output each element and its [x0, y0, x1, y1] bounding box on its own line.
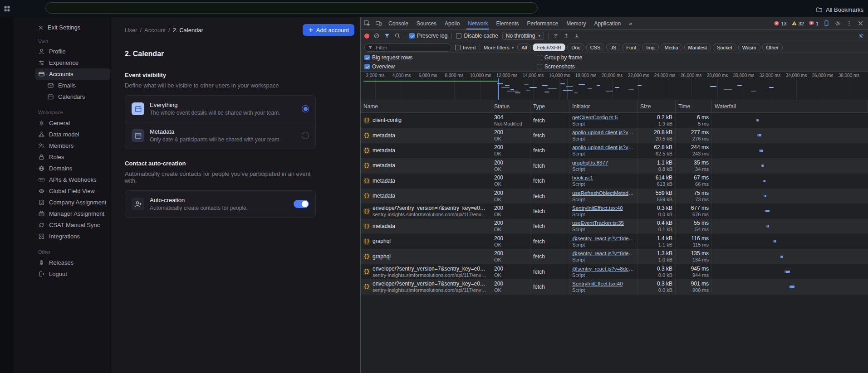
big-request-rows-checkbox[interactable]	[364, 55, 370, 60]
exit-settings-button[interactable]: Exit Settings	[38, 24, 107, 31]
import-har-button[interactable]	[563, 33, 569, 39]
big-request-rows-option[interactable]: Big request rows	[364, 54, 537, 61]
address-bar[interactable]	[45, 2, 538, 14]
initiator-link[interactable]: @sentry_react.js?v=8dec17ce:7	[572, 235, 634, 242]
disable-cache-checkbox[interactable]	[456, 33, 461, 39]
sidebar-item-experience[interactable]: Experience	[35, 57, 110, 68]
auto-creation-toggle[interactable]	[294, 200, 309, 208]
breadcrumb-user[interactable]: User	[125, 27, 137, 34]
inspect-element-button[interactable]	[361, 17, 373, 29]
export-har-button[interactable]	[574, 33, 580, 39]
group-by-frame-checkbox[interactable]	[537, 55, 542, 60]
cast-device-button[interactable]	[823, 20, 830, 27]
sidebar-item-company-assignment[interactable]: Company Assignment	[35, 197, 110, 208]
invert-checkbox[interactable]	[455, 45, 461, 50]
column-header-initiator[interactable]: Initiator	[569, 100, 638, 112]
initiator-link[interactable]: @sentry_react.js?v=8dec17ce:7	[572, 250, 634, 257]
initiator-link[interactable]: apollo-upload-client.js?v=8dec1	[572, 129, 634, 136]
tab-more[interactable]: »	[625, 17, 636, 29]
column-header-time[interactable]: Time	[676, 100, 712, 112]
error-badge[interactable]: 13	[774, 20, 786, 26]
initiator-link[interactable]: graphql.ts:8377	[572, 160, 634, 166]
tab-application[interactable]: Application	[590, 17, 625, 29]
add-account-button[interactable]: Add account	[303, 24, 354, 36]
sidebar-item-domains[interactable]: Domains	[35, 163, 110, 174]
sidebar-item-releases[interactable]: Releases	[35, 257, 110, 268]
filter-chip-fetch-xhr[interactable]: Fetch/XHR	[533, 44, 565, 51]
filter-input[interactable]	[375, 44, 436, 51]
filter-toggle-button[interactable]	[384, 33, 390, 39]
network-request-row[interactable]: {}metadata200OKfetchuseRefreshObjectMeta…	[361, 189, 868, 203]
more-filters-button[interactable]: More filters ▾	[484, 45, 514, 50]
sidebar-item-members[interactable]: Members	[35, 140, 110, 151]
breadcrumb-account[interactable]: Account	[144, 27, 166, 34]
tab-memory[interactable]: Memory	[562, 17, 590, 29]
devtools-menu-button[interactable]	[846, 20, 853, 27]
sidebar-item-csat-manual-sync[interactable]: CSAT Manual Sync	[35, 219, 110, 231]
filter-chip-manifest[interactable]: Manifest	[684, 44, 711, 51]
column-header-waterfall[interactable]: Waterfall	[712, 100, 868, 112]
metadata-radio[interactable]	[302, 132, 309, 139]
invert-option[interactable]: Invert	[455, 45, 476, 50]
preserve-log-option[interactable]: Preserve log	[409, 33, 447, 39]
initiator-link[interactable]: @sentry_react.js?v=8dec17ce:1	[572, 266, 634, 272]
initiator-link[interactable]: hook.js:1	[572, 174, 634, 181]
column-header-type[interactable]: Type	[530, 100, 569, 112]
screenshots-checkbox[interactable]	[537, 64, 542, 69]
initiator-link[interactable]: SentryInitEffect.tsx:40	[572, 281, 634, 287]
device-toolbar-button[interactable]	[373, 17, 384, 29]
tab-console[interactable]: Console	[384, 17, 412, 29]
tab-apollo[interactable]: Apollo	[441, 17, 464, 29]
network-request-row[interactable]: {}envelope/?sentry_version=7&sentry_key=…	[361, 264, 868, 279]
network-overview-timeline[interactable]: 2,000 ms4,000 ms6,000 ms8,000 ms10,000 m…	[361, 72, 868, 100]
filter-box[interactable]	[364, 44, 451, 52]
filter-chip-css[interactable]: CSS	[586, 44, 605, 51]
sidebar-item-apis-webhooks[interactable]: APIAPIs & Webhooks	[35, 174, 110, 185]
record-button[interactable]	[364, 34, 369, 39]
sidebar-item-manager-assignment[interactable]: Manager Assignment	[35, 208, 110, 219]
app-launcher-icon[interactable]	[3, 5, 11, 13]
sidebar-item-data-model[interactable]: Data model	[35, 129, 110, 140]
network-request-row[interactable]: {}metadata200OKfetchgraphql.ts:8377Scrip…	[361, 158, 868, 173]
overview-option[interactable]: Overview	[364, 63, 537, 70]
sidebar-item-profile[interactable]: Profile	[35, 46, 110, 57]
warning-badge[interactable]: 32	[791, 20, 804, 26]
sidebar-item-global-field-view[interactable]: Global Field View	[35, 185, 110, 197]
group-by-frame-option[interactable]: Group by frame	[537, 54, 582, 61]
initiator-link[interactable]: SentryInitEffect.tsx:40	[572, 205, 634, 212]
network-request-row[interactable]: {}client-config304Not ModifiedfetchgetCl…	[361, 113, 868, 128]
network-settings-button[interactable]	[858, 33, 864, 39]
initiator-link[interactable]: useRefreshObjectMetadataIten	[572, 190, 634, 197]
initiator-link[interactable]: getClientConfig.ts:5	[572, 114, 634, 121]
network-request-row[interactable]: {}envelope/?sentry_version=7&sentry_key=…	[361, 203, 868, 218]
filter-chip-img[interactable]: Img	[642, 44, 658, 51]
network-request-row[interactable]: {}metadata200OKfetchapollo-upload-client…	[361, 143, 868, 158]
tab-sources[interactable]: Sources	[412, 17, 441, 29]
filter-chip-media[interactable]: Media	[661, 44, 682, 51]
column-header-size[interactable]: Size	[638, 100, 676, 112]
network-request-row[interactable]: {}metadata200OKfetchapollo-upload-client…	[361, 128, 868, 143]
search-button[interactable]	[394, 33, 401, 39]
filter-chip-doc[interactable]: Doc	[567, 44, 584, 51]
filter-chip-font[interactable]: Font	[622, 44, 640, 51]
issues-badge[interactable]: 1	[809, 20, 819, 26]
column-header-status[interactable]: Status	[491, 100, 530, 112]
throttling-select[interactable]: No throttling ▾	[502, 32, 544, 40]
sidebar-item-roles[interactable]: Roles	[35, 151, 110, 163]
sidebar-item-calendars[interactable]: Calendars	[44, 91, 110, 102]
filter-chip-all[interactable]: All	[517, 44, 531, 51]
everything-radio[interactable]	[302, 105, 309, 112]
sidebar-item-logout[interactable]: Logout	[35, 268, 110, 280]
screenshots-option[interactable]: Screenshots	[537, 63, 575, 70]
devtools-settings-button[interactable]	[834, 20, 841, 27]
initiator-link[interactable]: apollo-upload-client.js?v=8dec1	[572, 144, 634, 151]
column-header-name[interactable]: Name	[361, 100, 491, 112]
sidebar-item-accounts[interactable]: Accounts	[35, 68, 110, 80]
preserve-log-checkbox[interactable]	[409, 33, 415, 39]
network-conditions-button[interactable]	[553, 33, 559, 39]
filter-chip-js[interactable]: JS	[606, 44, 620, 51]
tab-network[interactable]: Network	[464, 17, 492, 29]
sidebar-item-emails[interactable]: Emails	[44, 80, 110, 91]
all-bookmarks-button[interactable]: All Bookmarks	[816, 6, 863, 13]
tab-performance[interactable]: Performance	[523, 17, 562, 29]
